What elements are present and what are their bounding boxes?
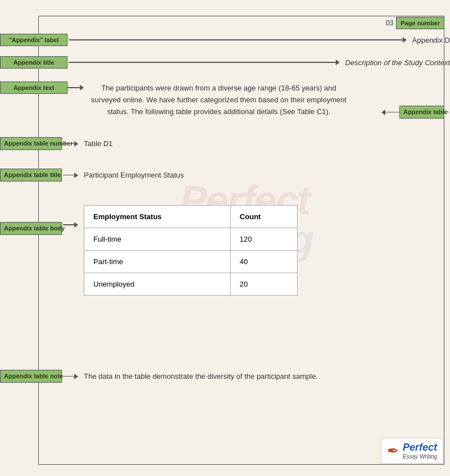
logo-icon: ✒ — [387, 442, 399, 460]
table-cell-40: 40 — [231, 251, 298, 273]
appendix-table-title-row: Appendix table title Participant Employm… — [0, 169, 450, 182]
appendix-table-number-box: Appendix table number — [0, 137, 62, 150]
page-number-area: 03 Page number — [386, 17, 444, 29]
appendix-title-row: Appendix title Description of the Study … — [0, 56, 450, 69]
appendix-title-box: Appendix title — [0, 56, 68, 69]
appendix-title-value: Description of the Study Context — [345, 58, 450, 67]
appendix-table-callout-area: Appendix table callout — [381, 106, 444, 119]
table-cell-fulltime: Full-time — [84, 228, 231, 251]
table-title-value: Participant Employment Status — [84, 171, 184, 179]
appendix-label-value: Appendix D — [412, 36, 450, 44]
table-number-value: Table D1 — [84, 139, 112, 148]
appendix-text-box: Appendix text — [0, 81, 68, 94]
logo-perfect: Perfect — [403, 442, 437, 454]
appendix-table-title-box: Appendix table title — [0, 169, 62, 182]
table-row: Part-time 40 — [84, 251, 298, 273]
table-cell-20: 20 — [231, 273, 298, 296]
logo-sub: Essay Writing — [403, 454, 437, 460]
appendix-text-value: The participants were drawn from a diver… — [89, 83, 348, 117]
appendix-label-box: "Appendix" label — [0, 34, 68, 46]
logo-area: ✒ Perfect Essay Writing — [381, 438, 443, 464]
appendix-label-row: "Appendix" label Appendix D — [0, 34, 450, 46]
appendix-table-body-row: Appendix table body Employment Status Co… — [0, 205, 450, 296]
table-cell-unemployed: Unemployed — [84, 273, 231, 296]
table-note-value: The data in the table demonstrate the di… — [84, 372, 318, 380]
table-row: Full-time 120 — [84, 228, 298, 251]
appendix-table-body-box: Appendix table body — [0, 222, 62, 235]
page-number-value: 03 — [386, 19, 396, 27]
table-cell-120: 120 — [231, 228, 298, 251]
table-header-employment: Employment Status — [84, 206, 231, 228]
appendix-table-note-box: Appendix table note — [0, 370, 62, 383]
table-row: Unemployed 20 — [84, 273, 298, 296]
page-number-label: Page number — [396, 17, 444, 29]
table-cell-parttime: Part-time — [84, 251, 231, 273]
appendix-table-callout-box: Appendix table callout — [399, 106, 444, 119]
appendix-table-note-row: Appendix table note The data in the tabl… — [0, 370, 450, 383]
table-header-count: Count — [231, 206, 298, 228]
employment-table: Employment Status Count Full-time 120 Pa… — [84, 205, 298, 296]
appendix-table-number-row: Appendix table number Table D1 — [0, 137, 450, 150]
